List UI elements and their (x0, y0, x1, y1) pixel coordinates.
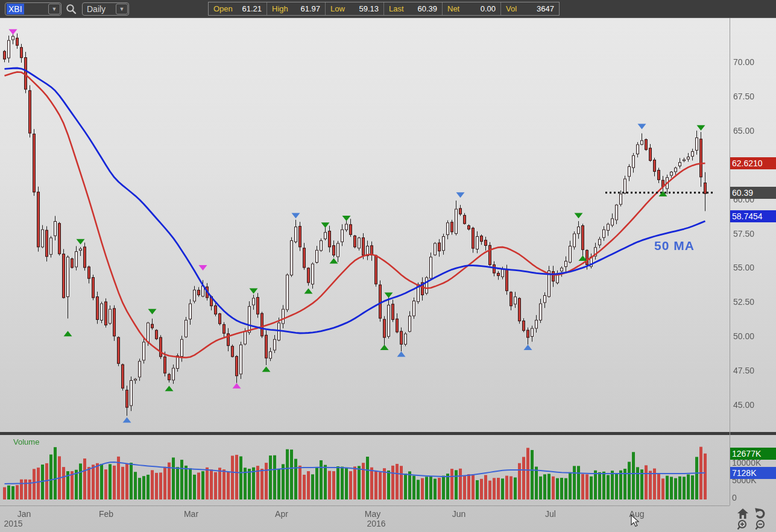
year-label: 2015 (4, 519, 22, 528)
volume-badge-last-volume: 12677K (730, 448, 776, 460)
month-label: Apr (275, 509, 288, 519)
price-tick-label: 55.00 (733, 263, 754, 272)
price-tick-label: 47.50 (733, 366, 754, 375)
month-label: May (365, 509, 380, 519)
price-tick-label: 65.00 (733, 126, 754, 136)
month-label: Jul (545, 509, 556, 519)
volume-tick-label: 0 (732, 493, 737, 502)
zoom-in-button[interactable] (737, 519, 749, 531)
month-label: Mar (184, 509, 198, 519)
year-label: 2016 (367, 519, 385, 528)
price-tick-label: 52.50 (733, 297, 754, 307)
mouse-cursor (631, 515, 640, 528)
price-badge-red-ma-last: 62.6210 (730, 157, 776, 169)
zoom-out-button[interactable] (755, 519, 767, 531)
volume-pane-title: Volume (13, 437, 39, 446)
price-badge-blue-ma-last: 58.7454 (730, 210, 776, 222)
chart-canvas[interactable] (0, 0, 776, 532)
trading-app-window: XBI ▼ Daily ▼ Open61.21High61.97Low59.13… (0, 0, 776, 532)
price-tick-label: 67.50 (733, 92, 754, 101)
price-tick-label: 50.00 (733, 331, 754, 341)
price-tick-label: 70.00 (733, 57, 754, 67)
back-button[interactable] (754, 507, 766, 519)
price-badge-last-price: 60.39 (730, 187, 776, 199)
home-button[interactable] (737, 508, 749, 519)
price-tick-label: 57.50 (733, 229, 754, 239)
zoom-in-icon (738, 521, 746, 530)
ma-50-annotation: 50 MA (654, 239, 695, 253)
month-label: Jun (452, 509, 466, 519)
volume-badge-volume-ma-last: 7128K (730, 467, 776, 479)
zoom-out-icon (756, 521, 765, 530)
price-tick-label: 45.00 (733, 400, 754, 410)
month-label: Feb (99, 509, 113, 519)
home-icon (737, 509, 748, 519)
month-label: Jan (17, 509, 31, 519)
